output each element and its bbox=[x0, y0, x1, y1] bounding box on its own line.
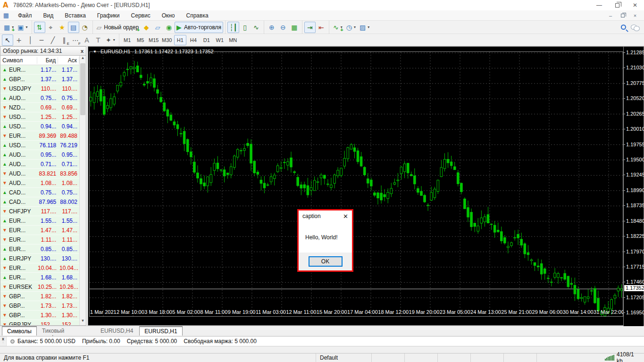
crosshair-button[interactable]: + bbox=[13, 34, 25, 46]
chat-icon[interactable] bbox=[631, 25, 639, 30]
market-watch-row[interactable]: ▼USD...1.25...1.25... bbox=[0, 112, 79, 122]
periods-button[interactable]: ◷▾ bbox=[344, 22, 358, 33]
market-watch-row[interactable]: ▼EUR...1.47...1.47... bbox=[0, 226, 79, 235]
chevron-down-icon[interactable]: ▼ bbox=[93, 50, 97, 54]
arrows-button[interactable]: ✦▾ bbox=[104, 34, 117, 46]
market-watch-row[interactable]: ▼USDJPY110....110.... bbox=[0, 84, 79, 93]
terminal-toggle-button[interactable]: ▤ bbox=[68, 22, 79, 33]
search-icon[interactable] bbox=[621, 25, 626, 30]
timeframe-mn[interactable]: MN bbox=[227, 35, 239, 45]
menu-item-графики[interactable]: Графики bbox=[92, 11, 125, 20]
market-watch-row[interactable]: ▼EUR...89.36989.488 bbox=[0, 131, 79, 141]
market-watch-row[interactable]: ▼EUR...10.04...10.04... bbox=[0, 263, 79, 273]
market-watch-scrollbar[interactable]: ▲ ▼ bbox=[79, 56, 86, 325]
market-watch-row[interactable]: ▼EURSEK10.25...10.26... bbox=[0, 282, 79, 292]
menu-item-справка[interactable]: Справка bbox=[181, 11, 214, 20]
market-watch-row[interactable]: ▲CAD...87.96588.002 bbox=[0, 197, 79, 207]
market-watch-row[interactable]: ▲AUD...0.75...0.75... bbox=[0, 93, 79, 103]
market-watch-row[interactable]: ▼GBP...1.82...1.82... bbox=[0, 292, 79, 301]
strategy-tester-button[interactable]: ◔ bbox=[79, 22, 91, 33]
menu-item-окно[interactable]: Окно bbox=[156, 11, 181, 20]
market-watch-row[interactable]: ▼CHFJPY117....117.... bbox=[0, 207, 79, 216]
market-watch-row[interactable]: ▲AUD...0.95...0.95... bbox=[0, 150, 79, 160]
timeframe-w1[interactable]: W1 bbox=[214, 35, 226, 45]
market-watch-row[interactable]: ▲USD...76.11876.219 bbox=[0, 141, 79, 150]
chart-tab-eurusd-h4[interactable]: EURUSD,H4 bbox=[95, 326, 138, 336]
scrollbar-thumb[interactable] bbox=[80, 63, 85, 115]
new-chart-button[interactable]: ▦+▾ bbox=[2, 22, 16, 33]
column-header-bid[interactable]: Бид bbox=[37, 57, 59, 64]
fibonacci-button[interactable]: ⋯F bbox=[70, 34, 81, 46]
candlestick-chart[interactable] bbox=[89, 51, 623, 317]
market-watch-row[interactable]: ▼AUD...1.08...1.08... bbox=[0, 178, 79, 188]
templates-button[interactable]: ▨▾ bbox=[358, 22, 371, 33]
horizontal-line-button[interactable]: ─ bbox=[36, 34, 47, 46]
market-watch-toggle-button[interactable]: ⇅ bbox=[34, 22, 45, 33]
timeframe-m30[interactable]: M30 bbox=[161, 35, 173, 45]
ok-button[interactable]: OK bbox=[309, 256, 343, 267]
mdi-close-button[interactable]: × bbox=[629, 11, 641, 20]
close-button[interactable]: ✕ bbox=[626, 0, 644, 10]
chart-tab-eurusd-h1[interactable]: EURUSD,H1 bbox=[139, 326, 182, 336]
candlestick-mode-button[interactable]: ▯ bbox=[239, 22, 251, 33]
navigator-button[interactable]: ★ bbox=[57, 22, 68, 33]
market-watch-row[interactable]: ▼AUD...83.82183.856 bbox=[0, 169, 79, 178]
mdi-restore-button[interactable] bbox=[617, 11, 629, 20]
zoom-in-button[interactable]: ⊕ bbox=[266, 22, 277, 33]
text-label-button[interactable]: T bbox=[92, 34, 104, 46]
tile-windows-button[interactable]: ▦ bbox=[289, 22, 300, 33]
timeframe-h4[interactable]: H4 bbox=[187, 35, 200, 45]
timeframe-d1[interactable]: D1 bbox=[201, 35, 213, 45]
menu-item-вставка[interactable]: Вставка bbox=[59, 11, 92, 20]
market-watch-row[interactable]: ▲EUR...1.68...1.68... bbox=[0, 273, 79, 282]
restore-button[interactable] bbox=[608, 0, 626, 10]
menu-item-файл[interactable]: Файл bbox=[12, 11, 38, 20]
text-button[interactable]: A bbox=[81, 34, 92, 46]
menu-item-вид[interactable]: Вид bbox=[38, 11, 59, 20]
market-watch-row[interactable]: ▲USD...0.94...0.94... bbox=[0, 122, 79, 131]
auto-trading-button[interactable]: ▶Авто-торговля bbox=[175, 22, 223, 33]
zoom-out-button[interactable]: ⊖ bbox=[277, 22, 289, 33]
status-profile[interactable]: Default bbox=[316, 354, 371, 362]
market-watch-row[interactable]: ▲GBP...1.37...1.37... bbox=[0, 75, 79, 84]
chart-shift-button[interactable]: ⇤ bbox=[316, 22, 327, 33]
timeframe-h1[interactable]: H1 bbox=[174, 35, 186, 45]
metaeditor-button[interactable]: ◆ bbox=[141, 22, 152, 33]
line-chart-mode-button[interactable]: ∿ bbox=[251, 22, 262, 33]
timeframe-m1[interactable]: M1 bbox=[121, 35, 134, 45]
indicators-button[interactable]: ∿+▾ bbox=[331, 22, 344, 33]
market-watch-row[interactable]: ▼NZD...0.69...0.69... bbox=[0, 103, 79, 112]
market-watch-row[interactable]: ▲EUR...1.55...1.55... bbox=[0, 216, 79, 226]
drag-handle-icon[interactable]: ⋮ bbox=[1, 341, 5, 343]
dropdown-arrow-icon[interactable]: ▾ bbox=[354, 25, 356, 29]
data-window-button[interactable]: ⌖ bbox=[45, 22, 57, 33]
chart-area[interactable]: ▼ EURUSD,H1 1.17361 1.17422 1.17323 1.17… bbox=[88, 46, 644, 326]
scroll-up-icon[interactable]: ▲ bbox=[80, 56, 86, 62]
market-watch-row[interactable]: ▼GBP...1.30...1.30... bbox=[0, 311, 79, 320]
market-watch-row[interactable]: ▲EUR...1.17...1.17... bbox=[0, 65, 79, 75]
market-watch-row[interactable]: ▲AUD...0.71...0.71... bbox=[0, 160, 79, 169]
tab-тиковый-график[interactable]: Тиковый график bbox=[37, 326, 90, 336]
profiles-button[interactable]: ▣▾ bbox=[16, 22, 29, 33]
new-order-button[interactable]: ▱+Новый ордер bbox=[95, 22, 141, 33]
dropdown-arrow-icon[interactable]: ▾ bbox=[113, 38, 115, 42]
timeframe-m15[interactable]: M15 bbox=[148, 35, 160, 45]
market-watch-row[interactable]: ▲EURJPY130....130.... bbox=[0, 254, 79, 263]
dialog-title-bar[interactable]: caption ✕ bbox=[299, 210, 352, 222]
menu-item-сервис[interactable]: Сервис bbox=[125, 11, 156, 20]
tab-символы[interactable]: Символы bbox=[2, 326, 37, 336]
dialog-close-icon[interactable]: ✕ bbox=[343, 213, 348, 220]
mdi-minimize-button[interactable]: – bbox=[604, 11, 617, 20]
metaquotes-connect-button[interactable]: ▱ bbox=[152, 22, 163, 33]
scroll-down-icon[interactable]: ▼ bbox=[80, 319, 86, 325]
market-watch-row[interactable]: ▲EUR...0.85...0.85... bbox=[0, 244, 79, 254]
bar-chart-mode-button[interactable]: ┆┃ bbox=[227, 22, 239, 33]
vertical-line-button[interactable]: │ bbox=[25, 34, 36, 46]
market-watch-close-icon[interactable]: x bbox=[81, 48, 84, 54]
trendline-button[interactable]: ╱ bbox=[47, 34, 59, 46]
market-watch-row[interactable]: ▼GBPJPY152....152.... bbox=[0, 320, 79, 325]
column-header-ask[interactable]: Аск bbox=[58, 57, 79, 64]
dropdown-arrow-icon[interactable]: ▾ bbox=[25, 25, 27, 29]
signals-button[interactable]: ◉ bbox=[163, 22, 175, 33]
cursor-button[interactable]: ↖ bbox=[2, 34, 13, 46]
